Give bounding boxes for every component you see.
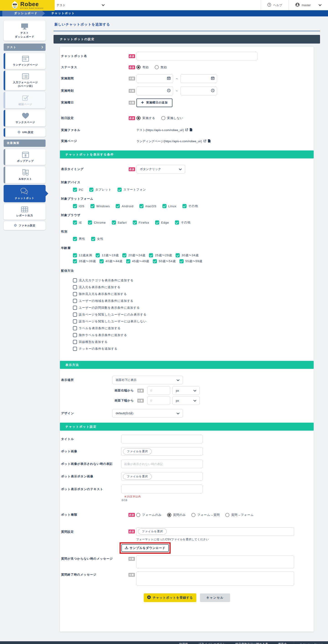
timing-select[interactable]: ボタンクリック	[136, 165, 185, 174]
checkbox-browser-chrome[interactable]: Chrome	[88, 220, 106, 224]
offset-bottom-unit-select[interactable]: px	[172, 396, 200, 405]
copy-document-icon[interactable]	[190, 128, 192, 132]
bot-button-image-file-input[interactable]: ファイルを選択	[121, 472, 203, 481]
checkbox-age-2[interactable]: 20歳〜24歳	[122, 253, 145, 257]
radio-status-enabled[interactable]: 有効	[136, 65, 149, 69]
checkbox-age-3[interactable]: 25歳〜29歳	[149, 253, 172, 257]
radio-icon[interactable]	[136, 116, 141, 120]
question-csv-file-input[interactable]: ファイルを選択	[136, 527, 294, 536]
checkbox-icon[interactable]	[73, 347, 77, 351]
sidebar-item-chatbot[interactable]: チャットボット	[4, 185, 45, 202]
checkbox-icon[interactable]	[182, 204, 187, 208]
external-link-icon[interactable]	[185, 128, 188, 132]
radio-holiday-run[interactable]: 実施する	[136, 116, 155, 120]
checkbox-icon[interactable]	[73, 320, 77, 324]
radio-icon[interactable]	[136, 513, 140, 517]
checkbox-icon[interactable]	[73, 326, 77, 330]
checkbox-icon[interactable]	[73, 312, 77, 317]
checkbox-icon[interactable]	[90, 204, 94, 208]
checkbox-age-4[interactable]: 30歳〜34歳	[176, 253, 199, 257]
add-weekday-button[interactable]: 実施曜日の追加	[136, 98, 172, 107]
robee-logo[interactable]: RobeeAffiliate Robot Analyzer	[0, 0, 55, 11]
checkbox-icon[interactable]	[73, 259, 77, 263]
footer-link-privacy[interactable]: プライバシーポリシー	[198, 642, 228, 644]
checkbox-platform-windows[interactable]: Windows	[90, 204, 110, 208]
checkbox-platform-linux[interactable]: Linux	[162, 204, 177, 208]
file-select-button[interactable]: ファイルを選択	[138, 528, 167, 534]
checkbox-icon[interactable]	[91, 237, 95, 241]
offset-right-unit-select[interactable]: px	[172, 386, 200, 395]
sidebar-item-report-export[interactable]: レポート出力	[4, 204, 45, 220]
offset-right-input[interactable]	[147, 386, 170, 395]
period-start-input[interactable]	[136, 74, 173, 83]
checkbox-platform-android[interactable]: Android	[116, 204, 133, 208]
checkbox-icon[interactable]	[73, 285, 77, 289]
footer-link-terms[interactable]: 利用規約	[179, 642, 191, 644]
user-menu[interactable]: master	[289, 0, 328, 10]
checkbox-platform-ios[interactable]: iOS	[73, 204, 84, 208]
footer-link-commerce-law[interactable]: 特定商取引法に関する表示	[236, 642, 271, 644]
bot-image-file-input[interactable]: ファイルを選択	[121, 447, 203, 456]
checkbox-browser-other[interactable]: その他	[175, 220, 191, 224]
sidebar-item-input-form-page[interactable]: 入力フォームページ (1ページ目)	[4, 71, 45, 90]
file-select-button[interactable]: ファイルを選択	[123, 474, 152, 480]
sidebar-item-test-dashboard[interactable]: テスト ダッシュボード	[4, 20, 45, 41]
checkbox-icon[interactable]	[99, 259, 104, 263]
checkbox-browser-edge[interactable]: Edge	[155, 220, 169, 224]
checkbox-age-9[interactable]: 55歳〜59歳	[180, 259, 203, 263]
sidebar-item-confirm-page[interactable]: 確認ページ	[4, 92, 45, 108]
checkbox-icon[interactable]	[175, 220, 179, 224]
checkbox-icon[interactable]	[89, 188, 93, 192]
checkbox-icon[interactable]	[117, 188, 122, 192]
checkbox-browser-ie[interactable]: IE	[73, 220, 82, 224]
breadcrumb-dashboard[interactable]: ダッシュボード	[2, 10, 45, 16]
copy-document-icon[interactable]	[208, 139, 211, 143]
checkbox-icon[interactable]	[73, 306, 77, 310]
radio-icon[interactable]	[136, 65, 141, 69]
checkbox-gender-female[interactable]: 女性	[91, 237, 103, 241]
checkbox-delivery-1[interactable]: 流入元を表示条件に追加する	[73, 285, 307, 289]
bot-button-text-input[interactable]	[121, 485, 203, 493]
no-match-message-textarea[interactable]	[136, 556, 294, 568]
cancel-button[interactable]: キャンセル	[200, 594, 230, 602]
sidebar-item-landing-page[interactable]: ランディングページ	[4, 53, 45, 69]
checkbox-delivery-8[interactable]: 除外ラベルを表示条件に追加する	[73, 333, 307, 337]
footer-link-company[interactable]: 運営会社	[278, 642, 290, 644]
checkbox-delivery-2[interactable]: 除外流入元を表示条件に追加する	[73, 292, 307, 296]
workspace-select[interactable]: テスト	[56, 3, 105, 7]
checkbox-device-pc[interactable]: PC	[73, 188, 83, 192]
bot-alt-input[interactable]	[121, 460, 203, 468]
checkbox-icon[interactable]	[126, 259, 130, 263]
checkbox-icon[interactable]	[149, 253, 153, 257]
checkbox-age-0[interactable]: 12歳未満	[73, 253, 92, 257]
checkbox-age-6[interactable]: 40歳〜44歳	[99, 259, 123, 263]
help-button[interactable]: ? ヘルプ	[261, 0, 289, 10]
checkbox-icon[interactable]	[155, 220, 159, 224]
checkbox-icon[interactable]	[73, 340, 77, 344]
checkbox-delivery-7[interactable]: ラベルを表示条件に追加する	[73, 326, 307, 330]
register-chatbot-button[interactable]: チャットボットを登録する	[144, 594, 196, 602]
chatbot-name-input[interactable]	[136, 52, 257, 60]
checkbox-delivery-0[interactable]: 流入元カテゴリを表示条件に追加する	[73, 278, 307, 282]
checkbox-icon[interactable]	[73, 299, 77, 303]
checkbox-age-5[interactable]: 35歳〜39歳	[73, 259, 96, 263]
radio-icon[interactable]	[167, 513, 171, 517]
exec-page-link[interactable]: ランディングページ(https://apis-s.com/robee_ui/)	[136, 139, 202, 144]
radio-bot-type-form-only[interactable]: フォームのみ	[136, 513, 162, 517]
checkbox-icon[interactable]	[162, 204, 167, 208]
checkbox-browser-firefox[interactable]: Firefox	[133, 220, 149, 224]
sidebar-section-test[interactable]: テスト	[4, 44, 45, 51]
checkbox-browser-safari[interactable]: Safari	[112, 220, 127, 224]
radio-icon[interactable]	[161, 116, 165, 120]
checkbox-icon[interactable]	[153, 259, 157, 263]
checkbox-delivery-3[interactable]: ユーザーの地域を表示条件に追加する	[73, 299, 307, 303]
external-link-icon[interactable]	[203, 140, 206, 143]
sidebar-item-popup[interactable]: ポップアップ	[4, 149, 45, 165]
position-select[interactable]: 画面右下に表示	[112, 376, 183, 384]
sidebar-item-ab-test[interactable]: AB A/Bテスト	[4, 167, 45, 183]
checkbox-delivery-5[interactable]: 該当ページを閲覧したユーザーにのみ表示する	[73, 312, 307, 317]
radio-bot-type-question-only[interactable]: 質問のみ	[167, 513, 186, 517]
checkbox-icon[interactable]	[133, 220, 137, 224]
bot-title-input[interactable]	[121, 435, 203, 444]
checkbox-platform-other[interactable]: その他	[182, 204, 198, 208]
